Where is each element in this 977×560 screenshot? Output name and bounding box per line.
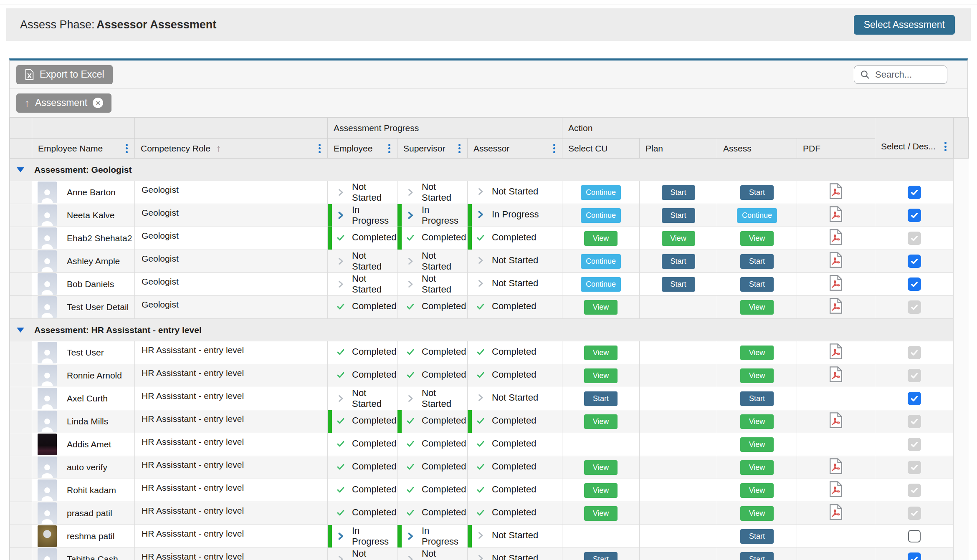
pdf-cell bbox=[797, 364, 875, 387]
select-checkbox[interactable] bbox=[908, 461, 921, 474]
assess-button[interactable]: View bbox=[740, 460, 774, 475]
group-by-chip[interactable]: ↑ Assessment × bbox=[16, 93, 111, 113]
select-checkbox[interactable] bbox=[908, 255, 921, 268]
pdf-download-icon[interactable] bbox=[829, 183, 843, 199]
pdf-download-icon[interactable] bbox=[829, 366, 843, 383]
assess-cell: View bbox=[717, 227, 797, 250]
select-checkbox[interactable] bbox=[908, 209, 921, 222]
select-cu-button[interactable]: View bbox=[584, 231, 618, 246]
select-cu-button[interactable]: View bbox=[584, 300, 618, 315]
column-header-competency-role[interactable]: Competency Role ↑ bbox=[135, 139, 328, 159]
pdf-download-icon[interactable] bbox=[829, 504, 843, 520]
person-silhouette-icon bbox=[40, 255, 55, 272]
column-menu-icon[interactable] bbox=[552, 143, 556, 154]
select-checkbox[interactable] bbox=[908, 484, 921, 497]
assess-button[interactable]: Start bbox=[740, 391, 774, 406]
select-cu-button[interactable]: View bbox=[584, 346, 618, 360]
row-gutter-cell bbox=[10, 364, 32, 387]
assess-button[interactable]: Start bbox=[740, 552, 774, 560]
plan-button[interactable]: Start bbox=[662, 208, 695, 223]
select-checkbox[interactable] bbox=[908, 369, 921, 382]
select-checkbox[interactable] bbox=[908, 438, 921, 451]
column-menu-icon[interactable] bbox=[944, 141, 947, 152]
assess-button[interactable]: View bbox=[740, 414, 774, 429]
group-header-assessment-progress: Assessment Progress bbox=[328, 118, 562, 139]
employee-progress-cell: Completed bbox=[328, 502, 397, 525]
select-cu-button[interactable]: View bbox=[584, 368, 618, 383]
select-checkbox[interactable] bbox=[908, 552, 921, 560]
select-cu-button[interactable]: View bbox=[584, 506, 618, 521]
pdf-download-icon[interactable] bbox=[829, 206, 843, 222]
table-row: Ashley AmpleGeologistNot StartedNot Star… bbox=[10, 250, 969, 273]
select-checkbox[interactable] bbox=[908, 530, 921, 542]
select-cu-button[interactable]: View bbox=[584, 414, 618, 429]
plan-button[interactable]: Start bbox=[662, 254, 695, 269]
select-cu-button[interactable]: Continue bbox=[581, 185, 621, 200]
column-header-employee-name[interactable]: Employee Name bbox=[32, 139, 135, 159]
column-header-assessor[interactable]: Assessor bbox=[468, 139, 562, 159]
assess-button[interactable]: View bbox=[740, 368, 774, 383]
status-in-progress: In Progress bbox=[336, 525, 397, 547]
assess-button[interactable]: View bbox=[740, 506, 774, 521]
status-completed: Completed bbox=[406, 438, 466, 449]
select-checkbox[interactable] bbox=[908, 507, 921, 520]
pdf-file-icon bbox=[829, 206, 843, 222]
pdf-file-icon bbox=[829, 343, 843, 360]
remove-group-icon[interactable]: × bbox=[93, 98, 103, 108]
pdf-download-icon[interactable] bbox=[829, 412, 843, 429]
pdf-download-icon[interactable] bbox=[829, 298, 843, 314]
export-to-excel-button[interactable]: Export to Excel bbox=[16, 65, 113, 84]
chevron-right-icon bbox=[476, 531, 485, 540]
pdf-download-icon[interactable] bbox=[829, 458, 843, 474]
assess-button[interactable]: View bbox=[740, 300, 774, 315]
column-menu-icon[interactable] bbox=[458, 143, 461, 154]
assess-button[interactable]: View bbox=[740, 437, 774, 452]
select-cu-button[interactable]: View bbox=[584, 460, 618, 475]
select-cu-cell: View bbox=[562, 502, 640, 525]
pdf-download-icon[interactable] bbox=[829, 275, 843, 291]
select-cu-button[interactable]: Continue bbox=[581, 208, 621, 223]
select-assessment-button[interactable]: Select Assessment bbox=[854, 15, 955, 35]
assess-button[interactable]: Start bbox=[740, 529, 774, 544]
collapse-group-icon[interactable] bbox=[17, 328, 24, 333]
select-cu-button[interactable]: Continue bbox=[581, 254, 621, 269]
column-menu-icon[interactable] bbox=[387, 143, 391, 154]
select-checkbox[interactable] bbox=[908, 392, 921, 405]
search-box[interactable] bbox=[854, 66, 947, 84]
column-header-select-deselect[interactable]: Select / Des... bbox=[875, 118, 954, 159]
select-checkbox[interactable] bbox=[908, 186, 921, 199]
column-menu-icon[interactable] bbox=[318, 143, 321, 154]
assess-button[interactable]: View bbox=[740, 346, 774, 360]
select-checkbox[interactable] bbox=[908, 415, 921, 428]
status-completed: Completed bbox=[476, 301, 536, 312]
pdf-download-icon[interactable] bbox=[829, 229, 843, 245]
column-header-employee[interactable]: Employee bbox=[328, 139, 397, 159]
pdf-download-icon[interactable] bbox=[829, 343, 843, 360]
select-deselect-cell bbox=[875, 364, 954, 387]
select-checkbox[interactable] bbox=[908, 277, 921, 291]
select-cu-button[interactable]: View bbox=[584, 483, 618, 498]
select-checkbox[interactable] bbox=[908, 346, 921, 359]
assess-button[interactable]: Continue bbox=[737, 208, 777, 223]
select-cu-button[interactable]: Start bbox=[584, 552, 618, 560]
search-input[interactable] bbox=[874, 69, 942, 81]
competency-role-cell: HR Assisstant - entry level bbox=[135, 525, 328, 548]
pdf-download-icon[interactable] bbox=[829, 252, 843, 268]
pdf-download-icon[interactable] bbox=[829, 481, 843, 497]
column-header-supervisor[interactable]: Supervisor bbox=[397, 139, 468, 159]
supervisor-progress-cell: Completed bbox=[397, 341, 468, 364]
select-cu-button[interactable]: Continue bbox=[581, 277, 621, 292]
assess-button[interactable]: View bbox=[740, 231, 774, 246]
column-menu-icon[interactable] bbox=[125, 143, 129, 154]
collapse-group-icon[interactable] bbox=[17, 167, 24, 172]
select-checkbox[interactable] bbox=[908, 300, 921, 314]
plan-button[interactable]: Start bbox=[662, 185, 695, 200]
plan-button[interactable]: View bbox=[662, 231, 695, 246]
assess-button[interactable]: Start bbox=[740, 254, 774, 269]
assess-button[interactable]: Start bbox=[740, 185, 774, 200]
plan-button[interactable]: Start bbox=[662, 277, 695, 292]
assess-button[interactable]: View bbox=[740, 483, 774, 498]
select-checkbox[interactable] bbox=[908, 232, 921, 245]
select-cu-button[interactable]: Start bbox=[584, 391, 618, 406]
assess-button[interactable]: Start bbox=[740, 277, 774, 292]
